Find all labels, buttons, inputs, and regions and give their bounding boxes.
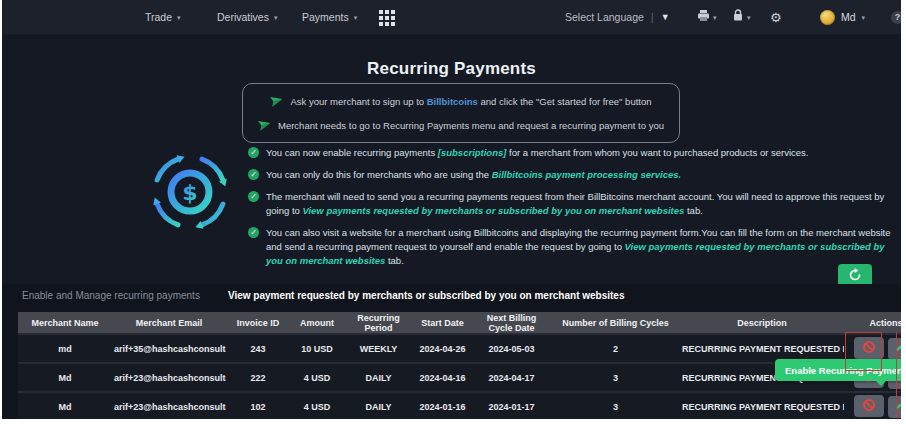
cell-actions	[844, 392, 901, 419]
nav-menu-label: Trade	[145, 11, 172, 23]
chevron-down-icon: ▾	[177, 14, 181, 21]
highlight-red-line	[896, 332, 897, 418]
column-header: Merchant Name	[18, 312, 112, 334]
bullet-text: You can only do this for merchants who a…	[266, 168, 681, 182]
list-item: ✓ You can now enable recurring payments …	[248, 146, 893, 160]
column-header: Invoice ID	[226, 312, 290, 334]
tab-bar: Enable and Manage recurring payments Vie…	[22, 290, 625, 301]
bullet-text: You can now enable recurring payments [s…	[266, 146, 808, 160]
nav-menu-trade[interactable]: Trade ▾	[145, 0, 181, 34]
enable-recurring-payment-button[interactable]	[888, 338, 901, 360]
cell-description: RECURRING PAYMENT REQUESTED BY MERCHANT	[680, 392, 844, 419]
column-header: Next Billing Cycle Date	[472, 312, 551, 334]
list-item: ✓ You can only do this for merchants who…	[248, 168, 893, 182]
printer-icon	[697, 8, 710, 26]
chevron-down-icon: ▾	[274, 14, 278, 21]
highlight-text: View payments requested by merchants or …	[302, 205, 684, 216]
table-row: Mdarif+23@hashcashconsultants.com1024 US…	[18, 392, 901, 419]
cell-merchant-email: arif+35@hashcashconsultants.com	[112, 334, 226, 363]
cell-recurring-period: DAILY	[344, 392, 413, 419]
text: tab.	[684, 205, 703, 216]
cell-merchant-name: md	[18, 334, 112, 363]
cell-merchant-name: Md	[18, 363, 112, 392]
chevron-down-icon: ▾	[747, 14, 751, 21]
column-header: Description	[680, 312, 844, 334]
reject-recurring-payment-button[interactable]	[854, 395, 884, 417]
cell-recurring-period: WEEKLY	[344, 334, 413, 363]
gold-coin-avatar	[820, 10, 835, 25]
cell-next-billing-cycle-date: 2024-05-03	[472, 334, 551, 363]
cell-amount: 4 USD	[290, 363, 344, 392]
list-item: ✓ The merchant will need to send you a r…	[248, 190, 893, 218]
nav-menu-payments[interactable]: Payments ▾	[302, 0, 357, 34]
payments-table-wrap: Merchant NameMerchant EmailInvoice IDAmo…	[18, 312, 890, 419]
highlight-text: Billbitcoins payment processing services…	[492, 169, 682, 180]
highlight-text: [subscriptions]	[438, 147, 507, 158]
table-body: mdarif+35@hashcashconsultants.com24310 U…	[18, 334, 901, 419]
column-header: Amount	[290, 312, 344, 334]
info-line: Ask your merchant to sign up to Billbitc…	[243, 94, 679, 109]
cell-recurring-period: DAILY	[344, 363, 413, 392]
tab-view-requested[interactable]: View payment requested by merchants or s…	[228, 290, 625, 301]
payments-table: Merchant NameMerchant EmailInvoice IDAmo…	[18, 312, 901, 419]
cell-merchant-name: Md	[18, 392, 112, 419]
cell-invoice-id: 222	[226, 363, 290, 392]
cell-start-date: 2024-04-26	[413, 334, 472, 363]
cell-next-billing-cycle-date: 2024-04-17	[472, 363, 551, 392]
cell-merchant-email: arif+23@hashcashconsultants.com	[112, 392, 226, 419]
user-menu[interactable]: Md ▾	[820, 0, 865, 34]
user-name: Md	[841, 11, 856, 23]
column-header: Merchant Email	[112, 312, 226, 334]
chevron-down-icon: ▾	[713, 14, 717, 21]
send-icon	[258, 118, 271, 133]
bullet-list: ✓ You can now enable recurring payments …	[248, 146, 893, 268]
nav-menu-label: Derivatives	[217, 11, 269, 23]
cell-start-date: 2024-04-16	[413, 363, 472, 392]
divider: |	[651, 11, 654, 23]
text: Ask your merchant to sign up to	[290, 96, 426, 107]
check-icon: ✓	[248, 147, 259, 158]
text: for a merchant from whom you want to pur…	[506, 147, 808, 158]
svg-text:$: $	[182, 180, 197, 205]
orders-menu[interactable]: ▾	[697, 0, 717, 34]
cell-next-billing-cycle-date: 2024-01-17	[472, 392, 551, 419]
check-icon: ✓	[248, 169, 259, 180]
language-selector[interactable]: Select Language | ▼	[565, 0, 670, 34]
check-icon: ✓	[248, 227, 259, 238]
text: You can only do this for merchants who a…	[266, 169, 492, 180]
chevron-down-icon: ▾	[354, 14, 358, 21]
chevron-down-icon: ▾	[862, 14, 866, 21]
text-link[interactable]: Billbitcoins	[427, 96, 478, 107]
table-header-row: Merchant NameMerchant EmailInvoice IDAmo…	[18, 312, 901, 334]
help-button[interactable]: ?	[891, 0, 901, 34]
cell-number-of-billing-cycles: 3	[551, 392, 680, 419]
page-title: Recurring Payments	[2, 59, 901, 79]
text: tab.	[385, 255, 404, 266]
enable-recurring-payment-button[interactable]	[888, 396, 901, 418]
text: and click the "Get started for free" but…	[478, 96, 652, 107]
question-icon: ?	[891, 11, 901, 24]
cell-invoice-id: 243	[226, 334, 290, 363]
nav-menu-derivatives[interactable]: Derivatives ▾	[217, 0, 277, 34]
block-icon	[862, 398, 876, 415]
cell-amount: 4 USD	[290, 392, 344, 419]
apps-grid-icon[interactable]	[379, 10, 395, 26]
cell-amount: 10 USD	[290, 334, 344, 363]
intro-section: $ ✓ You can now enable recurring payment…	[148, 146, 893, 268]
bullet-text: You can also visit a website for a merch…	[266, 226, 893, 268]
gear-icon: ⚙	[770, 10, 782, 25]
highlight-red-box	[845, 332, 882, 371]
page: Trade ▾ Derivatives ▾ Payments ▾ Select …	[0, 0, 906, 424]
chevron-down-icon: ▼	[661, 13, 670, 22]
nav-menu-label: Payments	[302, 11, 349, 23]
settings-button[interactable]: ⚙	[770, 0, 782, 34]
cell-invoice-id: 102	[226, 392, 290, 419]
tab-enable-manage[interactable]: Enable and Manage recurring payments	[22, 290, 200, 301]
merchant-info-box: Ask your merchant to sign up to Billbitc…	[242, 83, 680, 143]
app-window: Trade ▾ Derivatives ▾ Payments ▾ Select …	[2, 0, 901, 419]
security-menu[interactable]: ▾	[732, 0, 751, 34]
top-navbar: Trade ▾ Derivatives ▾ Payments ▾ Select …	[2, 0, 901, 34]
recurring-dollar-cycle-icon: $	[148, 146, 234, 268]
cell-number-of-billing-cycles: 3	[551, 363, 680, 392]
history-refresh-icon	[848, 268, 862, 285]
